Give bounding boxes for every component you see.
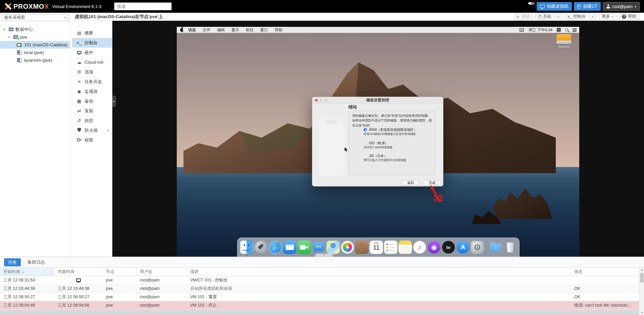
table-row[interactable]: 三月 12 15:44:38 三月 12 15:44:38 pve root@p… [0,284,639,293]
table-scrollbar[interactable]: ▲ ▼ [639,268,644,315]
tab-tasks[interactable]: 任务 [4,258,21,266]
input-source-icon[interactable] [557,28,561,32]
eye-icon: ◉ [76,89,82,94]
vm-menu-replication[interactable]: ⇄复制 [72,106,112,116]
tree-item-storage-local-lvm[interactable]: local-lvm (pve) [0,56,70,64]
vm-menu-task-history[interactable]: ≡任务历史 [72,77,112,87]
user-menu-button[interactable]: root@pam ▾ [603,2,640,11]
vm-menu-console[interactable]: >_控制台 [72,38,112,48]
vm-menu-firewall[interactable]: 防火墙▸ [72,125,112,135]
column-node[interactable]: 节点 [103,268,137,276]
more-button[interactable]: 更多 ▾ [599,13,616,20]
screen-mirroring-icon[interactable] [519,28,524,32]
dock-icon-podcasts[interactable]: ◉ [427,241,441,254]
dock-icon-reminders[interactable] [384,241,397,254]
console-bottom-handle[interactable]: ▾ [315,254,333,257]
dock-icon-trash[interactable] [503,241,517,254]
search-input[interactable] [114,2,172,10]
radio-iso[interactable]: ISO（欧洲） [364,141,388,146]
tree-item-storage-local[interactable]: local (pve) [0,49,70,56]
menu-help[interactable]: 帮助 [271,28,286,33]
table-row[interactable]: 三月 12 08:55:27 三月 12 08:55:27 pve root@p… [0,293,639,301]
scroll-up-icon[interactable]: ▲ [639,268,644,272]
column-status[interactable]: 状态 [571,268,639,276]
dock-icon-facetime[interactable] [298,241,311,254]
documentation-button[interactable]: 文档 [528,2,535,5]
back-button[interactable]: 返回 [401,180,420,186]
create-ct-button[interactable]: 创建CT [574,2,601,11]
tree-item-datacenter[interactable]: ▾ 数据中心 [0,25,70,33]
tree-item-node-pve[interactable]: ▾ ✓ pve [0,33,70,41]
shutdown-button[interactable]: 关机 ▾ [535,13,562,20]
dock-icon-messages[interactable] [312,241,325,254]
dialog-body-text: 您的键盘已被识别。请点按“完成”以开始使用您的电脑。如果这种类型不适合于您的键盘… [352,113,432,128]
console-button[interactable]: >_ 控制台 ▾ [565,13,596,20]
minimize-icon[interactable] [320,99,322,102]
vm-menu-permissions[interactable]: 权限 [72,135,112,145]
vm-menu-monitor[interactable]: ◉监视器 [72,87,112,96]
scrollbar-thumb[interactable] [640,273,644,282]
menu-go[interactable]: 前往 [243,28,257,33]
chevron-down-icon[interactable]: ▾ [589,15,593,18]
dock-icon-notes[interactable] [398,241,412,254]
radio-jis[interactable]: JIS（日本） [364,154,387,158]
status-cell: OK [571,293,639,301]
menu-window[interactable]: 窗口 [257,28,271,33]
tree-item-vm-101[interactable]: 101 (macOS-Catalina) [0,41,70,49]
dock-icon-launchpad[interactable] [254,241,268,254]
clock-label[interactable]: 周三 下午6:34 [528,28,552,33]
menu-file[interactable]: 文件 [199,28,214,33]
menu-view[interactable]: 显示 [228,28,243,33]
scroll-down-icon[interactable]: ▼ [639,311,644,315]
view-selector[interactable]: 服务器视图 ▾ [2,14,68,21]
play-badge [20,45,22,47]
expander-icon[interactable]: ▾ [2,28,7,31]
column-user[interactable]: 用户名 [137,268,187,276]
help-button[interactable]: ? 帮助 [619,13,639,20]
menu-finder[interactable]: 访达 [185,28,199,33]
desktop-drive-macos[interactable]: macOS [555,34,573,49]
dock-icon-system-preferences[interactable]: ⚙ [471,241,484,254]
dialog-titlebar[interactable]: 键盘设置助理 [312,97,443,103]
table-row-error[interactable]: 三月 12 08:54:46 三月 12 08:54:56 pve root@p… [0,301,639,310]
tab-cluster-log[interactable]: 集群日志 [23,258,49,266]
dock-icon-mail[interactable] [283,241,297,254]
notification-center-icon[interactable] [573,28,577,32]
zoom-icon[interactable] [324,99,327,102]
close-icon[interactable] [315,99,318,102]
dialog-heading: 结论 [348,104,357,110]
create-vm-button[interactable]: 创建虚拟机 [537,2,572,11]
dock-icon-app-store[interactable]: A [456,241,470,254]
vm-menu-snapshots[interactable]: ↺快照 [72,116,112,125]
dock-icon-downloads[interactable]: ↓ [489,241,502,254]
vm-running-icon [17,43,21,47]
table-row[interactable]: 三月 12 08:31:53 pve root@pam VM/CT 101 - … [0,276,639,284]
dock-icon-tv[interactable]: tv [442,241,455,254]
vm-menu-summary[interactable]: ▤概要 [72,28,112,38]
dock-icon-calendar[interactable]: 3月11 [370,241,383,254]
dock-icon-finder[interactable] [240,241,253,254]
expander-icon[interactable]: ▾ [7,35,11,39]
dock-icon-safari[interactable] [269,241,282,254]
dock-divider [486,240,487,255]
start-button[interactable]: 启动 [514,13,533,20]
column-end-time[interactable]: 结束时间 [54,268,103,276]
menu-edit[interactable]: 编辑 [214,28,228,33]
spotlight-icon[interactable] [565,29,568,32]
dock-icon-music[interactable]: ♪ [413,241,426,254]
column-description[interactable]: 描述 [187,268,571,276]
column-start-time[interactable]: 开始时间↓ [0,268,54,276]
dock-icon-maps[interactable]: A [326,241,340,254]
node-icon: ✓ [13,35,18,39]
vm-menu-options[interactable]: ⚙选项 [72,67,112,77]
console-sidebar-handle[interactable]: ▸ [112,96,116,107]
apple-icon[interactable] [180,28,183,32]
vm-menu-backup[interactable]: ▦备份 [72,96,112,106]
dock-icon-photos[interactable] [341,241,354,254]
vm-menu-hardware[interactable]: 硬件 [72,48,112,57]
vm-menu-cloudinit[interactable]: ☁Cloud-Init [72,57,112,67]
dock-icon-contacts[interactable] [355,241,369,254]
top-bar: PROXMOX Virtual Environment 6.1-3 文档 创建虚… [0,0,644,13]
chevron-down-icon[interactable]: ▾ [555,15,559,18]
radio-ansi[interactable]: ANSI（美国及其他国家或地区） [364,127,417,132]
